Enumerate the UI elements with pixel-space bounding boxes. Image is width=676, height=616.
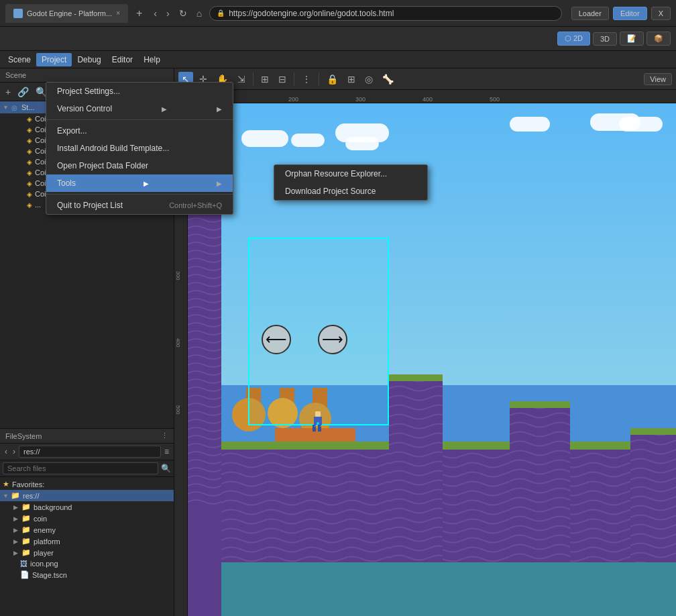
menu-sep-2 [46,194,233,195]
quit-project-item[interactable]: Quit to Project List Control+Shift+Q [46,197,233,214]
tools-arrow-icon: ▶ [144,180,149,187]
quit-shortcut: Control+Shift+Q [169,201,222,209]
orphan-resource-item[interactable]: Orphan Resource Explorer... [274,165,427,183]
menu-overlay: Project Settings... Version Control ▶ Ex… [0,0,676,616]
version-control-item[interactable]: Version Control ▶ [46,100,233,117]
tools-item[interactable]: Tools ▶ [46,174,233,192]
project-settings-item[interactable]: Project Settings... [46,83,233,100]
tools-submenu: Orphan Resource Explorer... Download Pro… [274,164,428,201]
project-dropdown: Project Settings... Version Control ▶ Ex… [46,82,233,215]
open-project-data-item[interactable]: Open Project Data Folder [46,157,233,174]
arrow-icon: ▶ [162,105,167,113]
install-android-item[interactable]: Install Android Build Template... [46,140,233,157]
download-project-item[interactable]: Download Project Source [274,183,427,200]
export-item[interactable]: Export... [46,122,233,140]
menu-sep-1 [46,119,233,120]
